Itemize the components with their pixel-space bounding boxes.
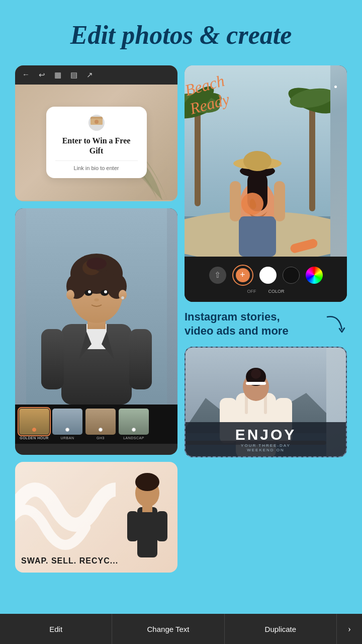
share-icon[interactable]: ↗ — [86, 70, 93, 79]
svg-rect-43 — [274, 181, 285, 221]
filter-item-golden-hour[interactable]: GOLDEN HOUR — [19, 409, 49, 440]
edit-button[interactable]: Edit — [0, 614, 112, 644]
stack-icon[interactable]: ▤ — [70, 70, 77, 79]
confetti-4 — [334, 86, 337, 88]
guy-photo — [15, 208, 177, 405]
enjoy-big-text: ENJOY — [192, 426, 340, 443]
svg-rect-59 — [246, 382, 266, 385]
white-color-swatch[interactable] — [259, 267, 277, 284]
enjoy-card: ENJOY YOUR THREE-DAY WEEKEND ON — [185, 347, 347, 457]
guy-svg — [26, 208, 167, 405]
card1-toolbar: ← ↩ ▦ ▤ ↗ — [15, 65, 177, 85]
enter-win-divider — [55, 160, 138, 161]
svg-rect-41 — [239, 216, 276, 257]
add-brush-button[interactable]: + — [232, 265, 253, 286]
change-text-button[interactable]: Change Text — [112, 614, 224, 644]
beach-photo-area: BeachReady — [185, 65, 347, 257]
left-column: ← ↩ ▦ ▤ ↗ — [15, 65, 177, 573]
duplicate-button[interactable]: Duplicate — [225, 614, 337, 644]
svg-point-16 — [88, 290, 91, 293]
filter-label-gh3: GH3 — [97, 436, 105, 440]
squiggle-decoration — [15, 462, 116, 552]
swap-person-svg — [127, 467, 167, 557]
svg-rect-37 — [309, 101, 315, 211]
svg-rect-42 — [230, 181, 241, 221]
filter-item-urban[interactable]: URBAN — [52, 409, 82, 440]
enjoy-sub-text2: WEEKEND ON — [192, 448, 340, 452]
filter-item-landscape[interactable]: LANDSCAP — [119, 409, 149, 440]
action-bar: Edit Change Text Duplicate › — [0, 614, 362, 644]
card1-background: Enter to Win a Free Gift Link in bio to … — [15, 85, 177, 200]
filter-thumb-landscape — [119, 409, 149, 435]
toolbar-color-label: COLOR — [268, 289, 284, 294]
black-color-swatch[interactable] — [283, 267, 300, 284]
enjoy-text-overlay: ENJOY YOUR THREE-DAY WEEKEND ON — [186, 422, 346, 456]
hero-title: Edit photos & create — [0, 0, 362, 65]
svg-rect-33 — [195, 106, 201, 206]
filter-thumb-golden-hour — [19, 409, 49, 435]
svg-point-19 — [66, 290, 74, 300]
color-wheel[interactable] — [306, 267, 323, 284]
brush-toolbar: ⇧ + OFF COLOR — [185, 257, 347, 302]
svg-point-17 — [104, 290, 107, 293]
svg-point-2 — [95, 120, 99, 124]
enjoy-sub-text: YOUR THREE-DAY — [192, 443, 340, 448]
svg-point-27 — [135, 473, 159, 491]
svg-rect-24 — [137, 507, 157, 557]
swap-sell-card: SWAP. SELL. RECYC... — [15, 462, 177, 573]
filter-thumb-gh3 — [85, 409, 116, 435]
brush-chevron-up[interactable]: ⇧ — [209, 267, 226, 284]
filter-thumb-urban — [52, 409, 82, 435]
filter-dot-gh3 — [99, 428, 103, 432]
svg-point-18 — [94, 298, 99, 301]
enter-to-win-card: ← ↩ ▦ ▤ ↗ — [15, 65, 177, 201]
svg-point-58 — [251, 369, 261, 379]
svg-point-47 — [243, 151, 272, 171]
guy-photo-card: GOLDEN HOUR URBAN GH3 — [15, 208, 177, 455]
filter-dot-landscape — [132, 428, 136, 432]
toolbar-off-label: OFF — [247, 289, 256, 294]
undo-icon[interactable]: ↩ — [39, 70, 45, 79]
beach-photo-card: BeachReady — [185, 65, 347, 302]
main-content-grid: ← ↩ ▦ ▤ ↗ — [0, 65, 362, 573]
svg-rect-23 — [129, 329, 152, 389]
filter-label-landscape: LANDSCAP — [123, 436, 144, 440]
svg-point-13 — [86, 258, 107, 270]
filter-label-urban: URBAN — [60, 436, 74, 440]
layers-icon[interactable]: ▦ — [54, 70, 61, 79]
filter-selected-dot — [32, 428, 36, 432]
filter-item-gh3[interactable]: GH3 — [85, 409, 116, 440]
curve-arrow-icon — [324, 312, 349, 337]
enter-win-avatar — [87, 114, 106, 132]
stories-text-area: Instagram stories, video ads and more — [185, 307, 347, 342]
svg-point-21 — [121, 296, 124, 299]
back-icon[interactable]: ← — [22, 70, 30, 79]
svg-rect-28 — [127, 511, 138, 541]
enter-win-subtitle: Link in bio to enter — [55, 165, 138, 171]
filter-strip: GOLDEN HOUR URBAN GH3 — [15, 405, 177, 444]
stories-label: Instagram stories, video ads and more — [185, 310, 347, 339]
enter-win-box: Enter to Win a Free Gift Link in bio to … — [46, 107, 147, 179]
svg-rect-29 — [156, 511, 167, 541]
more-options-button[interactable]: › — [337, 614, 362, 644]
filter-label-golden-hour: GOLDEN HOUR — [20, 436, 49, 440]
swap-text-label: SWAP. SELL. RECYC... — [21, 556, 118, 566]
svg-rect-22 — [41, 329, 64, 389]
filter-dot-urban — [65, 428, 69, 432]
right-column: BeachReady — [185, 65, 347, 573]
enter-win-title: Enter to Win a Free Gift — [55, 136, 138, 157]
